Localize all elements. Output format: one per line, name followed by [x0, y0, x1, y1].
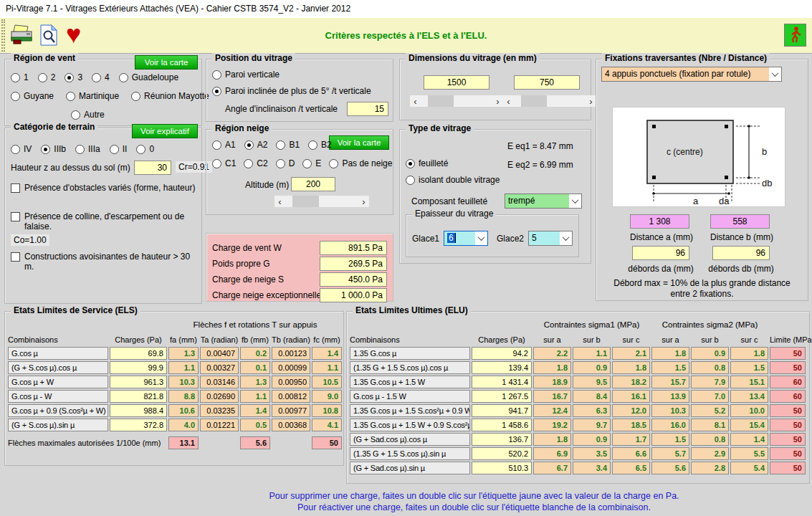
co-value: Co=1.00 [11, 234, 49, 246]
els-combinaison-label[interactable]: (G + S.cos µ).sin µ [8, 419, 108, 431]
elu-charge-value[interactable]: 1 458.6 [472, 419, 532, 431]
radio-guadeloupe[interactable]: Guadeloupe [119, 72, 178, 82]
radio-2[interactable]: 2 [38, 72, 56, 82]
els-charge-value[interactable]: 372.8 [110, 419, 167, 431]
scrollbar-track[interactable] [285, 196, 358, 207]
radio-c2[interactable]: C2 [244, 158, 267, 168]
radio-iv[interactable]: IV [11, 144, 32, 154]
charge-vent-value[interactable]: 891.5 Pa [320, 241, 387, 255]
radio-pas-de-neige[interactable]: Pas de neige [329, 158, 392, 168]
scrollbar-track[interactable] [514, 95, 586, 107]
debord-db-input[interactable]: 96 [712, 246, 770, 260]
title-bar: Pi-Vitrage 7.1 - Vitrages Extérieurs Att… [0, 0, 812, 18]
radio-a2[interactable]: A2 [244, 140, 268, 150]
radio-0[interactable]: 0 [136, 144, 154, 154]
radio-iiib[interactable]: IIIb [41, 144, 66, 154]
composant-feuillete-dropdown[interactable]: trempé [505, 194, 582, 209]
scroll-right-icon[interactable]: › [358, 196, 369, 207]
radio-iiia[interactable]: IIIa [75, 144, 100, 154]
scroll-left-icon[interactable]: ‹ [503, 96, 514, 107]
scroll-left-icon[interactable]: ‹ [410, 96, 421, 107]
radio-r-union-mayotte[interactable]: Réunion Mayotte [131, 91, 209, 101]
radio-c1[interactable]: C1 [212, 158, 236, 168]
radio-dot-icon [406, 159, 415, 168]
els-charge-value[interactable]: 961.3 [110, 376, 167, 388]
altitude-input[interactable]: 200 [291, 177, 335, 191]
els-combinaison-label[interactable]: G.cos µ + W [8, 376, 108, 388]
radio-d[interactable]: D [276, 158, 295, 168]
voir-la-carte-vent-button[interactable]: Voir la carte [135, 55, 198, 70]
radio-a1[interactable]: A1 [212, 140, 236, 150]
radio-paroi-inclin-e-de-plus-de-5-t-verticale[interactable]: Paroi inclinée de plus de 5° /t vertical… [212, 86, 371, 96]
hauteur-input[interactable]: 30 [134, 161, 171, 175]
elu-combinaison-label[interactable]: 1.35 G.cos µ + 1.5 S.cos²µ + 0.9 W [350, 404, 470, 417]
fixations-dropdown[interactable]: 4 appuis ponctuels (fixation par rotule) [601, 67, 782, 82]
angle-input[interactable]: 15 [347, 102, 388, 116]
radio-1[interactable]: 1 [11, 72, 29, 82]
scroll-left-icon[interactable]: ‹ [274, 196, 285, 207]
radio-b1[interactable]: B1 [276, 140, 300, 150]
radio-autre[interactable]: Autre [71, 110, 105, 120]
els-combinaison-label[interactable]: G.cos µ [8, 347, 108, 360]
dimension-width-scrollbar[interactable]: ‹ › [410, 95, 503, 107]
radio-3[interactable]: 3 [65, 72, 82, 82]
dimension-width-input[interactable]: 1500 [424, 75, 489, 90]
checkbox-obstacles[interactable]: Présence d'obstacles variés (forme, haut… [11, 183, 197, 193]
checkbox-constructions[interactable]: Constructions avoisinantes de hauteur > … [11, 252, 200, 272]
vent-radio-row3: Autre [71, 110, 105, 120]
elu-combinaison-label[interactable]: (G + Sad.cos µ).sin µ [350, 462, 470, 474]
radio-feuillet[interactable]: feuilleté [406, 158, 448, 168]
radio-isolant-double-vitrage[interactable]: isolant double vitrage [406, 175, 500, 185]
elu-combinaison-label[interactable]: G.cos µ - 1.5 W [350, 390, 470, 403]
radio-paroi-verticale[interactable]: Paroi verticale [212, 70, 280, 80]
charge-neige-value[interactable]: 450.0 Pa [320, 272, 387, 287]
voir-la-carte-neige-button[interactable]: Voir la carte [329, 135, 389, 150]
radio-b2[interactable]: B2 [308, 140, 332, 150]
elu-charge-value[interactable]: 139.4 [472, 361, 532, 374]
radio-guyane[interactable]: Guyane [11, 91, 54, 101]
debord-da-input[interactable]: 96 [632, 246, 689, 260]
voir-explicatif-button[interactable]: Voir explicatif [132, 124, 198, 138]
elu-charge-value[interactable]: 94.2 [472, 347, 532, 360]
elu-combinaison-label[interactable]: 1.35 G.cos µ + 1.5 W + 0.9 S.cos²µ [350, 419, 470, 431]
radio-e[interactable]: E [302, 158, 321, 168]
charge-neige-sad-value[interactable]: 1 000.0 Pa [320, 288, 387, 302]
poids-propre-value[interactable]: 269.5 Pa [320, 257, 387, 271]
scrollbar-thumb[interactable] [521, 95, 547, 107]
scroll-right-icon[interactable]: › [586, 96, 596, 107]
els-charge-value[interactable]: 69.8 [110, 347, 167, 360]
els-charge-value[interactable]: 821.8 [110, 390, 167, 403]
elu-charge-value[interactable]: 941.7 [472, 404, 532, 417]
elu-charge-value[interactable]: 1 267.5 [472, 390, 532, 403]
elu-combinaison-label[interactable]: (G + Sad.cos µ).cos µ [350, 433, 470, 446]
elu-charge-value[interactable]: 136.7 [472, 433, 532, 446]
els-combinaison-label[interactable]: G.cos µ + 0.9 (S.cos²µ + W) [8, 404, 108, 417]
radio-4[interactable]: 4 [92, 72, 110, 82]
els-combinaison-label[interactable]: G.cos µ - W [8, 390, 108, 403]
els-combinaison-label[interactable]: (G + S.cos µ).cos µ [8, 361, 108, 374]
elu-combinaison-label[interactable]: (1.35 G + 1.5 S.cos µ).sin µ [350, 447, 470, 460]
elu-charge-value[interactable]: 510.3 [472, 462, 532, 474]
exit-button[interactable] [784, 24, 806, 47]
dimension-height-scrollbar[interactable]: ‹ › [503, 95, 596, 107]
scrollbar-track[interactable] [421, 95, 492, 107]
radio-ii[interactable]: II [110, 144, 128, 154]
dimension-height-input[interactable]: 750 [514, 75, 580, 90]
scrollbar-thumb[interactable] [292, 196, 319, 207]
radio-martinique[interactable]: Martinique [66, 91, 119, 101]
elu-sigma2-value: 15.7 [651, 376, 689, 388]
els-charge-value[interactable]: 99.9 [110, 361, 167, 374]
altitude-scrollbar[interactable]: ‹ › [274, 196, 369, 207]
elu-combinaison-label[interactable]: 1.35 G.cos µ + 1.5 W [350, 376, 470, 388]
elu-grid: Combinaisons Charges (Pa) sur a sur b su… [350, 335, 806, 474]
els-charge-value[interactable]: 988.4 [110, 404, 167, 417]
elu-charge-value[interactable]: 520.2 [472, 447, 532, 460]
elu-charge-value[interactable]: 1 431.4 [472, 376, 532, 388]
checkbox-colline[interactable]: Présence de colline, d'escarpement ou de… [11, 211, 200, 231]
glace2-dropdown[interactable]: 5 [528, 231, 573, 246]
elu-combinaison-label[interactable]: (1.35 G + 1.5 S.cos µ).cos µ [350, 361, 470, 374]
scrollbar-thumb[interactable] [428, 95, 454, 107]
scroll-right-icon[interactable]: › [492, 96, 503, 107]
elu-combinaison-label[interactable]: 1.35 G.cos µ [350, 347, 470, 360]
glace1-dropdown[interactable]: 6 [444, 231, 488, 246]
